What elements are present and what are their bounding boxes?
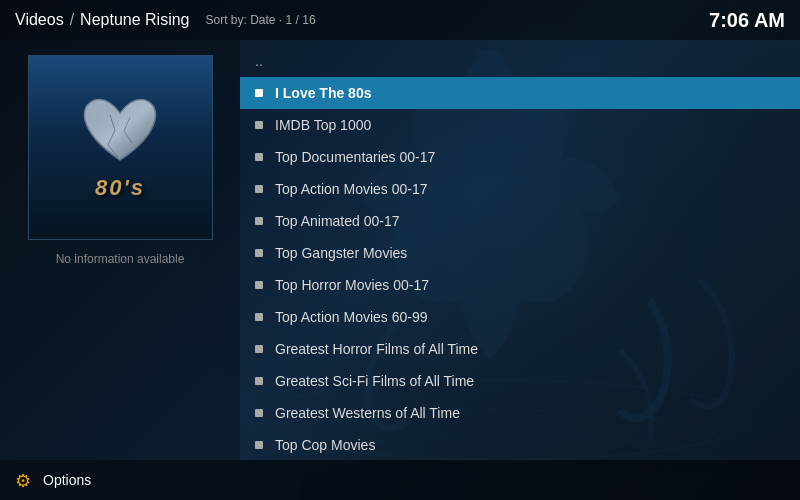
bullet-icon	[255, 313, 263, 321]
footer: ⚙ Options	[0, 460, 800, 500]
list-item[interactable]: Top Action Movies 00-17	[240, 173, 800, 205]
item-label: Top Horror Movies 00-17	[275, 277, 429, 293]
list-item[interactable]: Greatest Westerns of All Time	[240, 397, 800, 429]
item-label: Top Documentaries 00-17	[275, 149, 435, 165]
list-item[interactable]: IMDB Top 1000	[240, 109, 800, 141]
list-item[interactable]: Top Documentaries 00-17	[240, 141, 800, 173]
bullet-icon	[255, 121, 263, 129]
item-label: I Love The 80s	[275, 85, 371, 101]
item-label: Greatest Sci-Fi Films of All Time	[275, 373, 474, 389]
list-item[interactable]: Top Action Movies 60-99	[240, 301, 800, 333]
item-label: IMDB Top 1000	[275, 117, 371, 133]
bullet-icon	[255, 217, 263, 225]
bullet-icon	[255, 441, 263, 449]
eighties-label: 80's	[95, 175, 145, 201]
item-label: Top Action Movies 00-17	[275, 181, 428, 197]
item-label: Greatest Westerns of All Time	[275, 405, 460, 421]
item-label: Top Gangster Movies	[275, 245, 407, 261]
bullet-icon	[255, 345, 263, 353]
thumbnail-art: 80's	[29, 56, 212, 239]
list-item-parent[interactable]: ..	[240, 45, 800, 77]
bullet-icon	[255, 249, 263, 257]
left-panel: 80's No information available	[0, 40, 240, 460]
item-label: Top Animated 00-17	[275, 213, 400, 229]
options-label[interactable]: Options	[43, 472, 91, 488]
header-section: Videos	[15, 11, 64, 29]
heart-container: 80's	[80, 95, 160, 201]
list-item[interactable]: Greatest Sci-Fi Films of All Time	[240, 365, 800, 397]
heart-icon	[80, 95, 160, 170]
thumbnail: 80's	[28, 55, 213, 240]
bullet-icon	[255, 377, 263, 385]
header-left: Videos / Neptune Rising Sort by: Date · …	[15, 11, 316, 29]
list-item[interactable]: Top Animated 00-17	[240, 205, 800, 237]
list-item[interactable]: Greatest Horror Films of All Time	[240, 333, 800, 365]
item-label: Greatest Horror Films of All Time	[275, 341, 478, 357]
bullet-icon	[255, 89, 263, 97]
item-label: Top Action Movies 60-99	[275, 309, 428, 325]
list-item[interactable]: Top Gangster Movies	[240, 237, 800, 269]
parent-label: ..	[255, 53, 263, 69]
item-label: Top Cop Movies	[275, 437, 375, 453]
bullet-icon	[255, 153, 263, 161]
bullet-icon	[255, 281, 263, 289]
header-meta: Sort by: Date · 1 / 16	[206, 13, 316, 27]
header-separator: /	[70, 11, 74, 29]
no-info-label: No information available	[56, 252, 185, 266]
list-item[interactable]: Top Horror Movies 00-17	[240, 269, 800, 301]
bullet-icon	[255, 185, 263, 193]
header-title: Neptune Rising	[80, 11, 189, 29]
header: Videos / Neptune Rising Sort by: Date · …	[0, 0, 800, 40]
header-time: 7:06 AM	[709, 9, 785, 32]
bullet-icon	[255, 409, 263, 417]
right-panel: .. I Love The 80s IMDB Top 1000 Top Docu…	[240, 40, 800, 460]
options-icon: ⚙	[15, 470, 35, 490]
list-item[interactable]: I Love The 80s	[240, 77, 800, 109]
list-item[interactable]: Top Cop Movies	[240, 429, 800, 460]
